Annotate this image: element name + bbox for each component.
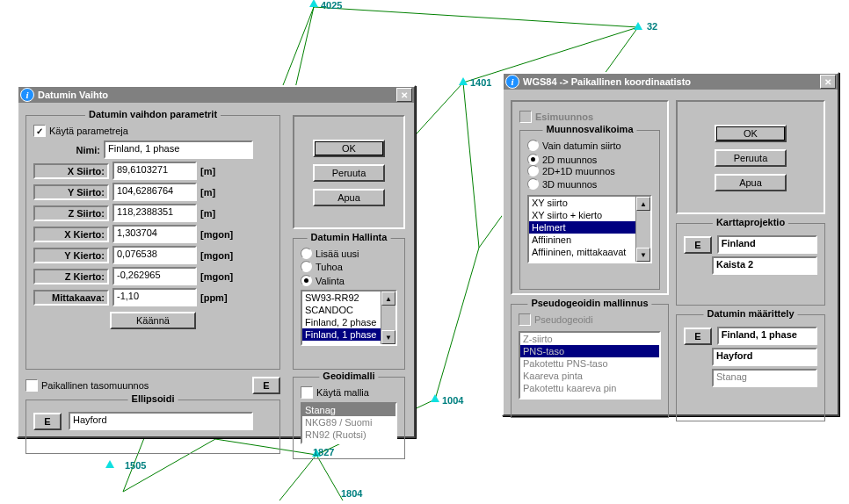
list-item[interactable]: Kaareva pinta — [520, 370, 659, 382]
use-params-label: Käytä parametreja — [49, 126, 128, 136]
pretrans-checkbox: Esimuunnos — [519, 111, 593, 123]
point-label: 1505 — [125, 460, 146, 471]
param-unit: [mgon] — [200, 229, 234, 240]
method-listbox[interactable]: XY siirto XY siirto + kierto Helmert Aff… — [527, 195, 652, 263]
list-item[interactable]: Pakotettu PNS-taso — [520, 357, 659, 370]
param-field[interactable]: -1,10 — [112, 288, 197, 306]
param-field[interactable]: 104,6286764 — [112, 183, 197, 201]
list-item[interactable]: XY siirto — [529, 197, 650, 209]
list-item[interactable]: Affiininen — [529, 234, 650, 246]
e-button[interactable]: E — [684, 236, 712, 254]
info-icon: i — [20, 88, 34, 102]
radio-label: 3D muunnos — [542, 179, 597, 190]
param-field[interactable]: 1,303704 — [112, 225, 197, 243]
param-field[interactable]: 0,076538 — [112, 246, 197, 264]
param-label: Z Siirto: — [33, 205, 109, 221]
point-triangle — [634, 22, 642, 30]
cancel-button[interactable]: Peruuta — [715, 149, 787, 167]
e-button[interactable]: E — [252, 377, 280, 394]
param-label: Y Siirto: — [33, 184, 109, 200]
group-title: Datumin vaihdon parametrit — [85, 109, 221, 119]
dialog-title: WGS84 -> Paikallinen koordinaatisto — [523, 76, 820, 87]
param-unit: [mgon] — [200, 250, 234, 261]
translate-button[interactable]: Käännä — [110, 312, 196, 329]
param-field[interactable]: 89,6103271 — [112, 162, 197, 180]
trans-radio-3d[interactable]: 3D muunnos — [527, 178, 597, 190]
name-label: Nimi: — [33, 145, 100, 155]
datumdef-field1[interactable]: Finland, 1 phase — [717, 327, 817, 345]
list-item[interactable]: Stanag — [302, 404, 395, 416]
wgs84-local-dialog: i WGS84 -> Paikallinen koordinaatisto ✕ … — [502, 72, 839, 416]
list-item[interactable]: Z-siirto — [520, 333, 659, 345]
list-item[interactable]: Pakotettu kaareva pin — [520, 382, 659, 394]
e-button[interactable]: E — [33, 413, 62, 430]
e-button[interactable]: E — [684, 328, 712, 345]
cancel-button[interactable]: Peruuta — [313, 164, 385, 182]
use-params-checkbox[interactable]: ✓Käytä parametreja — [33, 125, 128, 137]
trans-radio-datum_only[interactable]: Vain datumin siirto — [527, 140, 621, 151]
datum-change-dialog: i Datumin Vaihto ✕ Datumin vaihdon param… — [17, 85, 416, 438]
radio-label: Valinta — [316, 276, 345, 286]
point-triangle — [105, 460, 114, 468]
ellipsoid-field[interactable]: Hayford — [69, 412, 253, 430]
geoid-use-checkbox[interactable]: Käytä mallia — [301, 386, 369, 399]
scroll-down-icon[interactable]: ▼ — [381, 330, 395, 344]
point-label: 1401 — [470, 77, 491, 88]
param-unit: [m] — [200, 187, 234, 198]
pseudo-listbox[interactable]: Z-siirto PNS-taso Pakotettu PNS-taso Kaa… — [519, 331, 661, 400]
list-item[interactable]: RN92 (Ruotsi) — [302, 428, 395, 441]
mgmt-radio-add[interactable]: Lisää uusi — [301, 248, 359, 259]
param-field[interactable]: -0,262965 — [112, 267, 197, 285]
ok-button[interactable]: OK — [715, 125, 787, 142]
mgmt-radio-select[interactable]: Valinta — [301, 275, 345, 286]
radio-label: Vain datumin siirto — [542, 140, 621, 151]
radio-label: 2D+1D muunnos — [542, 166, 615, 176]
point-triangle — [309, 0, 318, 7]
scroll-up-icon[interactable]: ▲ — [636, 197, 650, 211]
param-unit: [ppm] — [200, 292, 234, 303]
dialog-title: Datumin Vaihto — [38, 90, 396, 100]
list-item[interactable]: Affiininen, mittakaavat — [529, 246, 650, 258]
param-unit: [m] — [200, 166, 234, 176]
radio-label: 2D muunnos — [542, 155, 597, 165]
help-button[interactable]: Apua — [313, 189, 385, 206]
point-triangle — [459, 77, 468, 85]
point-label: 1004 — [442, 395, 463, 406]
local-plane-checkbox[interactable]: Paikallinen tasomuunnos — [25, 379, 149, 392]
mapproj-field1[interactable]: Finland — [717, 235, 817, 254]
mapproj-field2[interactable]: Kaista 2 — [712, 256, 817, 275]
geoid-title: Geoidimalli — [319, 371, 378, 381]
mgmt-title: Datumin Hallinta — [308, 232, 391, 242]
param-field[interactable]: 118,2388351 — [112, 204, 197, 222]
param-label: Y Kierto: — [33, 248, 109, 263]
close-icon[interactable]: ✕ — [396, 88, 412, 102]
ok-button[interactable]: OK — [313, 140, 385, 157]
trans-radio-2d[interactable]: 2D muunnos — [527, 154, 597, 165]
param-label: X Siirto: — [33, 163, 109, 179]
scroll-up-icon[interactable]: ▲ — [381, 292, 395, 306]
point-label: 32 — [647, 21, 657, 32]
ellipsoid-title: Ellipsoidi — [128, 393, 178, 404]
datumdef-field3: Stanag — [712, 369, 817, 387]
titlebar[interactable]: i WGS84 -> Paikallinen koordinaatisto ✕ — [504, 74, 838, 90]
close-icon[interactable]: ✕ — [820, 75, 836, 89]
scrollbar[interactable]: ▲▼ — [635, 197, 650, 262]
name-field[interactable]: Finland, 1 phase — [104, 140, 253, 159]
info-icon: i — [505, 75, 519, 89]
list-item[interactable]: NKG89 / Suomi — [302, 416, 395, 428]
point-label: 1804 — [341, 488, 362, 499]
mgmt-listbox[interactable]: SW93-RR92 SCANDOC Finland, 2 phase Finla… — [301, 290, 397, 346]
trans-radio-2d1d[interactable]: 2D+1D muunnos — [527, 165, 615, 176]
mgmt-radio-destroy[interactable]: Tuhoa — [301, 261, 343, 272]
param-label: Mittakaava: — [33, 290, 109, 306]
scrollbar[interactable]: ▲▼ — [381, 292, 395, 344]
param-unit: [m] — [200, 208, 234, 219]
titlebar[interactable]: i Datumin Vaihto ✕ — [18, 87, 414, 103]
datumdef-field2[interactable]: Hayford — [712, 348, 817, 366]
list-item[interactable]: Helmert — [529, 221, 650, 234]
scroll-down-icon[interactable]: ▼ — [636, 248, 650, 262]
list-item[interactable]: XY siirto + kierto — [529, 209, 650, 221]
geoid-listbox[interactable]: Stanag NKG89 / Suomi RN92 (Ruotsi) — [301, 402, 397, 444]
list-item[interactable]: PNS-taso — [520, 345, 659, 357]
help-button[interactable]: Apua — [715, 174, 787, 191]
